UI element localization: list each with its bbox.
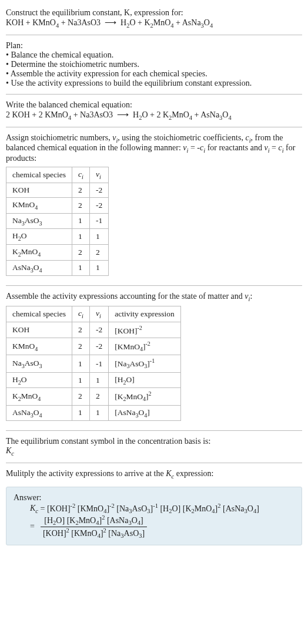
symbol-kc: Kc xyxy=(6,446,302,457)
cell-species: K2MnO4 xyxy=(6,388,72,405)
cell-v: 2 xyxy=(89,244,108,260)
cell-species: KOH xyxy=(6,183,72,197)
fraction: [H2O] [K2MnO4]2 [AsNa3O4] [KOH]2 [KMnO4]… xyxy=(41,514,147,539)
cell-v: 1 xyxy=(89,372,108,388)
cell-species: K2MnO4 xyxy=(6,244,72,260)
cell-c: 1 xyxy=(72,372,90,388)
stoich-intro: Assign stoichiometric numbers, νi, using… xyxy=(6,133,302,164)
cell-species: H2O xyxy=(6,372,72,388)
cell-c: 1 xyxy=(72,355,90,372)
divider xyxy=(6,94,302,95)
cell-v: -1 xyxy=(89,213,108,229)
cell-c: 2 xyxy=(72,197,90,213)
answer-flat-expression: Kc = [KOH]-2 [KMnO4]-2 [Na3AsO3]-1 [H2O]… xyxy=(30,503,294,514)
table-row: K2MnO422 xyxy=(6,244,109,260)
divider xyxy=(6,127,302,127)
cell-c: 1 xyxy=(72,229,90,245)
cell-species: KOH xyxy=(6,322,72,338)
cell-v: -2 xyxy=(89,197,108,213)
cell-species: Na3AsO3 xyxy=(6,213,72,229)
answer-label: Answer: xyxy=(14,493,294,503)
stoich-block: Assign stoichiometric numbers, νi, using… xyxy=(6,130,302,284)
col-species: chemical species xyxy=(6,306,72,322)
cell-species: AsNa3O4 xyxy=(6,260,72,276)
table-row: K2MnO422[K2MnO4]2 xyxy=(6,388,181,405)
balanced-block: Write the balanced chemical equation: 2 … xyxy=(6,97,302,124)
activity-block: Assemble the activity expressions accoun… xyxy=(6,288,302,428)
col-expr: activity expression xyxy=(109,306,181,322)
divider xyxy=(6,430,302,431)
answer-fraction-expression: = [H2O] [K2MnO4]2 [AsNa3O4] [KOH]2 [KMnO… xyxy=(30,514,294,539)
activity-intro: Assemble the activity expressions accoun… xyxy=(6,292,302,302)
plan-item: • Balance the chemical equation. xyxy=(6,50,302,60)
cell-v: -2 xyxy=(89,322,108,338)
cell-c: 1 xyxy=(72,405,90,421)
cell-expr: [H2O] xyxy=(109,372,181,388)
cell-c: 2 xyxy=(72,322,90,338)
cell-c: 1 xyxy=(72,260,90,276)
col-species: chemical species xyxy=(6,167,72,183)
cell-v: -2 xyxy=(89,338,108,355)
fraction-denominator: [KOH]2 [KMnO4]2 [Na3AsO3] xyxy=(41,527,147,539)
balanced-title: Write the balanced chemical equation: xyxy=(6,100,302,110)
table-header-row: chemical species ci νi xyxy=(6,167,109,183)
cell-species: Na3AsO3 xyxy=(6,355,72,372)
cell-expr: [AsNa3O4] xyxy=(109,405,181,421)
table-row: Na3AsO31-1 xyxy=(6,213,109,229)
cell-v: -1 xyxy=(89,355,108,372)
symbol-block: The equilibrium constant symbol in the c… xyxy=(6,433,302,460)
activity-table: chemical species ci νi activity expressi… xyxy=(6,306,181,421)
table-row: H2O11 xyxy=(6,229,109,245)
divider xyxy=(6,463,302,463)
cell-expr: [KMnO4]-2 xyxy=(109,338,181,355)
cell-v: -2 xyxy=(89,183,108,197)
col-v: νi xyxy=(89,306,108,322)
cell-v: 1 xyxy=(89,229,108,245)
cell-species: KMnO4 xyxy=(6,197,72,213)
table-row: H2O11[H2O] xyxy=(6,372,181,388)
table-row: AsNa3O411[AsNa3O4] xyxy=(6,405,181,421)
cell-c: 2 xyxy=(72,388,90,405)
header-equation: KOH + KMnO4 + Na3AsO3 ⟶ H2O + K2MnO4 + A… xyxy=(6,18,302,29)
header-line1: Construct the equilibrium constant, K, e… xyxy=(6,8,302,18)
plan-item: • Determine the stoichiometric numbers. xyxy=(6,60,302,69)
col-c: ci xyxy=(72,167,90,183)
fraction-numerator: [H2O] [K2MnO4]2 [AsNa3O4] xyxy=(41,514,147,527)
cell-c: 1 xyxy=(72,213,90,229)
plan-title: Plan: xyxy=(6,41,302,50)
divider xyxy=(6,285,302,286)
cell-c: 2 xyxy=(72,338,90,355)
table-row: KMnO42-2 xyxy=(6,197,109,213)
cell-c: 2 xyxy=(72,244,90,260)
answer-box: Answer: Kc = [KOH]-2 [KMnO4]-2 [Na3AsO3]… xyxy=(6,487,302,545)
table-row: KMnO42-2[KMnO4]-2 xyxy=(6,338,181,355)
table-row: KOH2-2 xyxy=(6,183,109,197)
symbol-line1: The equilibrium constant symbol in the c… xyxy=(6,437,302,446)
plan-item: • Assemble the activity expression for e… xyxy=(6,69,302,79)
plan-item: • Use the activity expressions to build … xyxy=(6,79,302,88)
cell-v: 1 xyxy=(89,260,108,276)
table-row: Na3AsO31-1[Na3AsO3]-1 xyxy=(6,355,181,372)
divider xyxy=(6,35,302,35)
cell-species: KMnO4 xyxy=(6,338,72,355)
plan-block: Plan: • Balance the chemical equation. •… xyxy=(6,38,302,92)
cell-v: 1 xyxy=(89,405,108,421)
multiply-block: Mulitply the activity expressions to arr… xyxy=(6,466,302,483)
cell-species: H2O xyxy=(6,229,72,245)
col-v: νi xyxy=(89,167,108,183)
cell-v: 2 xyxy=(89,388,108,405)
stoich-table: chemical species ci νi KOH2-2 KMnO42-2 N… xyxy=(6,167,109,276)
cell-expr: [KOH]-2 xyxy=(109,322,181,338)
multiply-line: Mulitply the activity expressions to arr… xyxy=(6,469,302,480)
answer-body: Kc = [KOH]-2 [KMnO4]-2 [Na3AsO3]-1 [H2O]… xyxy=(30,503,294,539)
cell-expr: [Na3AsO3]-1 xyxy=(109,355,181,372)
table-row: KOH2-2[KOH]-2 xyxy=(6,322,181,338)
cell-species: AsNa3O4 xyxy=(6,405,72,421)
table-header-row: chemical species ci νi activity expressi… xyxy=(6,306,181,322)
table-row: AsNa3O411 xyxy=(6,260,109,276)
cell-expr: [K2MnO4]2 xyxy=(109,388,181,405)
cell-c: 2 xyxy=(72,183,90,197)
header-block: Construct the equilibrium constant, K, e… xyxy=(6,5,302,32)
col-c: ci xyxy=(72,306,90,322)
balanced-equation: 2 KOH + 2 KMnO4 + Na3AsO3 ⟶ H2O + 2 K2Mn… xyxy=(6,110,302,121)
